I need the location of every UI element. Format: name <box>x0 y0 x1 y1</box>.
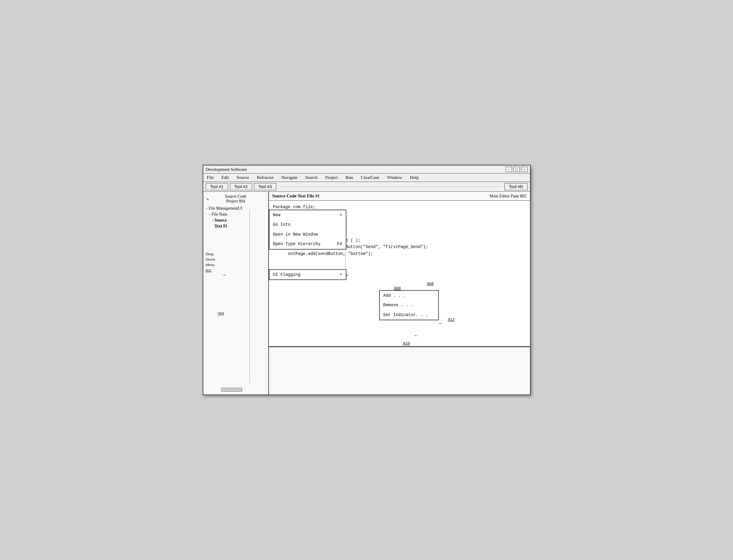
editor-pane-label: Main Editor Pane 802 <box>489 194 526 199</box>
drop-down-menu-label: DropDownMenu902 <box>206 251 215 273</box>
restore-button[interactable]: □ <box>513 167 520 172</box>
tool-3-button[interactable]: Tool #3 <box>254 183 276 190</box>
menu-window[interactable]: Window <box>386 174 403 181</box>
menu-item-go-into[interactable]: Go Into <box>270 220 346 229</box>
annotation-912: 912 <box>448 317 454 323</box>
editor-title: Source Code Text File #1 <box>273 194 320 199</box>
tool-n-button[interactable]: Tool #N <box>504 183 527 190</box>
menu-refractor[interactable]: Refractor <box>256 174 275 181</box>
tool-2-button[interactable]: Tool #2 <box>230 183 252 190</box>
window-title: Development Software <box>206 167 247 172</box>
sidebar-text-fi: Text Fi <box>206 223 265 229</box>
arrow-to-sidebar: ↘ <box>206 197 209 201</box>
menu-help[interactable]: Help <box>409 174 420 181</box>
annotation-908: 908 <box>427 281 434 287</box>
context-menu-primary: New > Go Into Open in New Window Open Ty… <box>269 210 347 250</box>
sidebar-file-name: - File Nam <box>206 211 265 217</box>
title-bar: Development Software − □ × <box>203 165 530 174</box>
code-line-8: ontPage.add(sendButton, "bottom"); <box>273 250 526 257</box>
menu-item-set-indicator[interactable]: Set Indicator. . . <box>380 310 438 320</box>
tool-1-button[interactable]: Tool #1 <box>206 183 228 190</box>
toolbar: Tool #1 Tool #2 Tool #3 Tool #N <box>203 182 530 192</box>
editor-content[interactable]: Package com.file; ManagementUI { void di… <box>269 201 530 347</box>
editor-area: Source Code Text File #1 Main Editor Pan… <box>269 192 530 395</box>
menu-run[interactable]: Run <box>345 174 355 181</box>
sidebar: ↘ Source Code Project 804 - File Managem… <box>203 192 269 395</box>
annotation-904: 904 <box>218 311 224 316</box>
annotation-910: 910 <box>403 341 410 347</box>
main-area: ↘ Source Code Project 804 - File Managem… <box>203 192 530 395</box>
menu-item-remove[interactable]: Remove . . . <box>380 300 438 310</box>
arrow-dropdown: → <box>222 272 227 278</box>
arrow-to-910: ↑ <box>412 334 420 337</box>
close-button[interactable]: × <box>521 167 528 172</box>
menu-source[interactable]: Source <box>236 174 251 181</box>
title-bar-controls: − □ × <box>505 167 528 172</box>
menu-search[interactable]: Search <box>304 174 319 181</box>
menu-edit[interactable]: Edit <box>220 174 230 181</box>
menu-bar: File Edit Source Refractor Navigate Sear… <box>203 174 530 182</box>
context-menu-flagging: UI Flagging > <box>269 269 347 280</box>
editor-bottom-pane <box>269 347 530 395</box>
sidebar-title: Source Code Project 804 <box>206 194 265 204</box>
sidebar-source: - Source <box>206 217 265 223</box>
context-menu-secondary: Add . . . Remove . . . Set Indicator. . … <box>379 290 439 320</box>
menu-project[interactable]: Project <box>324 174 339 181</box>
sidebar-dashed-line <box>250 210 250 383</box>
main-window: Development Software − □ × File Edit Sou… <box>203 165 531 395</box>
sidebar-scrollbar[interactable] <box>221 388 242 392</box>
toolbar-separator <box>280 187 501 187</box>
menu-item-ui-flagging[interactable]: UI Flagging > <box>270 270 346 279</box>
menu-clearcase[interactable]: ClearCase <box>360 174 380 181</box>
menu-item-open-type-hierarchy[interactable]: Open Type Hierarchy F4 <box>270 239 346 249</box>
menu-item-new[interactable]: New > <box>270 210 346 220</box>
menu-item-add[interactable]: Add . . . <box>380 291 438 300</box>
menu-item-open-new-window[interactable]: Open in New Window <box>270 230 346 239</box>
menu-navigate[interactable]: Navigate <box>280 174 299 181</box>
editor-header: Source Code Text File #1 Main Editor Pan… <box>269 192 530 201</box>
sidebar-file-managementui[interactable]: - File ManagementUI <box>206 205 265 211</box>
minimize-button[interactable]: − <box>505 167 512 172</box>
arrow-to-912: ← <box>439 320 442 328</box>
menu-file[interactable]: File <box>206 174 215 181</box>
